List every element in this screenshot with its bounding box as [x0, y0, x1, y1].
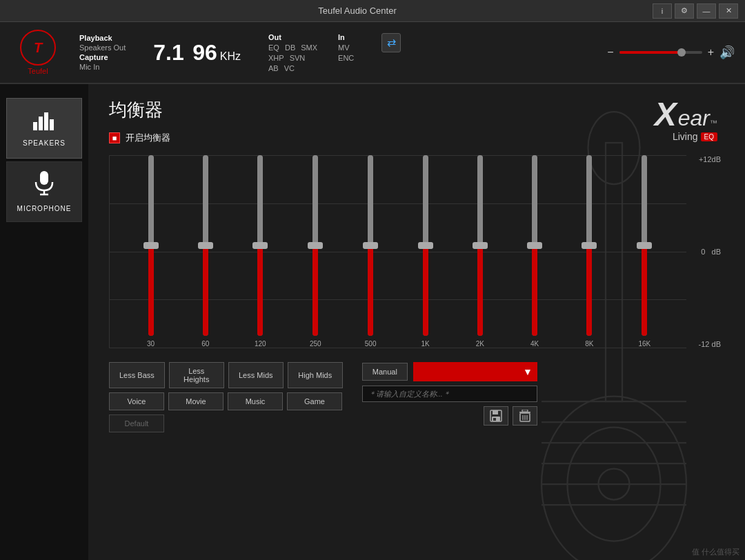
svg-rect-2: [44, 112, 48, 130]
svg-rect-1: [39, 117, 43, 130]
slider-track-250: [312, 155, 318, 336]
preset-row-2: Voice Movie Music Game: [109, 392, 343, 410]
eq-db-labels: +12dB 0 dB -12 dB: [686, 155, 724, 348]
slider-thumb-120[interactable]: [252, 242, 268, 249]
slider-thumb-60[interactable]: [198, 242, 213, 249]
preset-game[interactable]: Game: [287, 392, 342, 410]
volume-fill: [619, 51, 682, 54]
sidebar-item-microphone[interactable]: MICROPHONE: [6, 161, 82, 222]
preset-column-main: Less Bass LessHeights Less Mids High Mid…: [109, 362, 343, 432]
volume-plus[interactable]: +: [708, 46, 714, 59]
out-items-3: AB VC: [268, 64, 317, 72]
in-enc[interactable]: ENC: [338, 54, 354, 62]
in-items: MV: [338, 43, 354, 52]
out-db[interactable]: DB: [285, 43, 295, 52]
preset-music[interactable]: Music: [228, 392, 283, 410]
manual-actions: [362, 406, 537, 426]
preset-less-mids[interactable]: Less Mids: [228, 362, 284, 388]
slider-thumb-250[interactable]: [308, 242, 323, 249]
volume-minus[interactable]: −: [607, 46, 613, 59]
db-label-top: +12dB: [690, 155, 721, 163]
eq-enable-checkbox[interactable]: ■: [109, 132, 120, 143]
volume-thumb[interactable]: [677, 48, 686, 57]
speakers-out-label: Speakers Out: [79, 43, 126, 52]
out-smx[interactable]: SMX: [301, 43, 317, 52]
capture-label: Capture: [79, 53, 108, 61]
preset-row-1: Less Bass LessHeights Less Mids High Mid…: [109, 362, 343, 388]
slider-track-500: [368, 155, 373, 336]
volume-icon: 🔊: [719, 45, 735, 60]
preset-voice[interactable]: Voice: [109, 392, 164, 410]
eq-title: 均衡器: [109, 98, 724, 122]
settings-button[interactable]: ⚙: [675, 3, 694, 19]
volume-slider[interactable]: [619, 51, 702, 54]
slider-thumb-2k[interactable]: [473, 242, 488, 249]
svg-rect-19: [493, 410, 498, 414]
in-items-2: ENC: [338, 54, 354, 62]
freq-label-60: 60: [201, 340, 209, 348]
eq-panel: X ear ™ Living EQ 均衡器 ■ 开启均衡器: [88, 84, 745, 560]
slider-thumb-16k[interactable]: [637, 242, 652, 249]
freq-label-8k: 8K: [585, 340, 593, 348]
out-vc[interactable]: VC: [284, 64, 295, 72]
preset-row-3: Default: [109, 414, 343, 432]
xear-ear-text: ear: [678, 107, 710, 129]
brand-label: Teufel: [28, 67, 48, 75]
eq-slider-4k: 4K: [529, 155, 540, 348]
preset-high-mids[interactable]: High Mids: [288, 362, 343, 388]
in-mv[interactable]: MV: [338, 43, 350, 52]
playback-row: Playback: [79, 34, 126, 42]
out-ab[interactable]: AB: [268, 64, 279, 72]
grid-bottom: [110, 348, 686, 348]
xear-badge: EQ: [701, 132, 717, 141]
header-bar: T Teufel Playback Speakers Out Capture M…: [0, 22, 745, 84]
preset-default[interactable]: Default: [109, 414, 164, 432]
mic-in-label: Mic In: [79, 63, 99, 71]
svg-rect-23: [522, 410, 528, 412]
eq-enable-label: 开启均衡器: [126, 132, 170, 144]
in-title: In: [338, 33, 354, 41]
preset-less-bass[interactable]: Less Bass: [109, 362, 165, 388]
slider-thumb-1k[interactable]: [418, 242, 433, 249]
minimize-button[interactable]: —: [697, 3, 716, 19]
eq-slider-60: 60: [200, 155, 211, 348]
out-eq[interactable]: EQ: [268, 43, 279, 52]
swap-button[interactable]: ⇄: [381, 33, 401, 52]
freq-label-16k: 16K: [638, 340, 650, 348]
bottom-watermark: 值 什么值得买: [686, 544, 745, 560]
svg-rect-0: [33, 122, 37, 130]
dropdown-arrow-icon: ▼: [523, 366, 533, 377]
slider-thumb-4k[interactable]: [527, 242, 542, 249]
window-title: Teufel Audio Center: [62, 6, 653, 16]
close-button[interactable]: ✕: [719, 3, 738, 19]
slider-track-16k: [642, 155, 647, 336]
slider-thumb-30[interactable]: [143, 242, 159, 249]
out-svn[interactable]: SVN: [290, 54, 306, 62]
sidebar-item-speakers[interactable]: SPEAKERS: [6, 98, 82, 159]
slider-thumb-500[interactable]: [363, 242, 378, 249]
logo-area: T Teufel: [10, 30, 66, 75]
delete-button[interactable]: [513, 406, 537, 426]
slider-track-8k: [586, 155, 592, 336]
xear-tm: ™: [710, 119, 717, 127]
custom-name-row: [362, 386, 537, 402]
out-xhp[interactable]: XHP: [268, 54, 284, 62]
manual-button[interactable]: Manual: [362, 363, 408, 381]
watermark-text: 值 什么值得买: [692, 548, 739, 556]
in-column: In MV ENC: [338, 33, 354, 72]
preset-less-heights[interactable]: LessHeights: [169, 362, 224, 388]
save-button[interactable]: [484, 406, 508, 426]
slider-track-60: [203, 155, 208, 336]
preset-movie[interactable]: Movie: [168, 392, 223, 410]
freq-label-120: 120: [255, 340, 266, 348]
out-column: Out EQ DB SMX XHP SVN AB VC: [268, 33, 317, 72]
info-button[interactable]: i: [653, 3, 672, 19]
header-info: Playback Speakers Out Capture Mic In: [79, 34, 126, 71]
eq-graph: 30 60: [109, 155, 724, 348]
logo-circle: T: [20, 30, 56, 66]
channel-info: Out EQ DB SMX XHP SVN AB VC In MV ENC: [268, 33, 401, 72]
out-items-2: XHP SVN: [268, 54, 317, 62]
manual-dropdown[interactable]: ▼: [413, 362, 537, 381]
custom-name-input[interactable]: [362, 386, 537, 402]
slider-thumb-8k[interactable]: [582, 242, 597, 249]
